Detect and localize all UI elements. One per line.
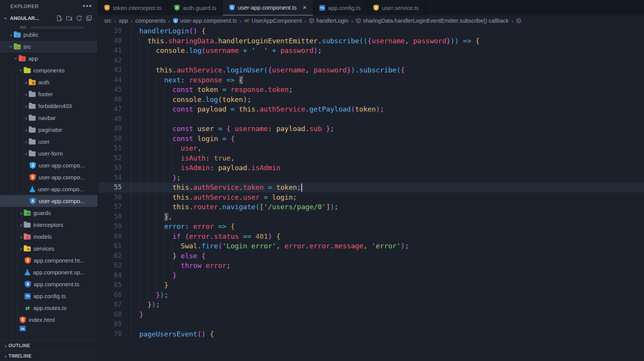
code-line-44[interactable]: 44next: response => {	[98, 75, 644, 85]
breadcrumb-item-UserAppComponent[interactable]: UserAppComponent	[244, 18, 302, 24]
line-number[interactable]: 41	[98, 46, 122, 56]
tree-item-app.routes.ts[interactable]: ⇄app.routes.ts	[0, 302, 98, 314]
tree-item-interceptors[interactable]: ›interceptors	[0, 219, 98, 231]
more-actions-icon[interactable]: •••	[83, 4, 92, 8]
tab-auth.guard.ts[interactable]: Aauth.guard.ts	[168, 0, 223, 15]
line-number[interactable]: 44	[98, 75, 122, 85]
breadcrumb-item-sharingData.handlerLoginEventEmitter.subscribe() callback[interactable]: sharingData.handlerLoginEventEmitter.sub…	[356, 18, 508, 24]
breadcrumb-item-src[interactable]: src	[104, 18, 111, 24]
tree-item-footer[interactable]: ›footer	[0, 88, 98, 100]
tree-item-user-app.compo...[interactable]: Auser-app.compo...	[0, 195, 98, 207]
code-line-41[interactable]: 41console.log(username + ' ' + password)…	[98, 46, 644, 56]
line-number[interactable]: 51	[98, 143, 122, 153]
code-line-58[interactable]: 58},	[98, 212, 644, 222]
outline-section-header[interactable]: › OUTLINE	[0, 340, 98, 351]
code-line-64[interactable]: 64}	[98, 271, 644, 281]
code-line-39[interactable]: 39handlerLogin() {	[98, 26, 644, 36]
line-number[interactable]: 47	[98, 104, 122, 114]
tab-user-app.component.ts[interactable]: Auser-app.component.ts×	[223, 0, 313, 15]
code-line-65[interactable]: 65}	[98, 280, 644, 290]
line-number[interactable]: 68	[98, 310, 122, 320]
tree-item-user[interactable]: ›user	[0, 136, 98, 148]
new-file-icon[interactable]	[56, 15, 62, 21]
tree-item-user-app.compo...[interactable]: user-app.compo...	[0, 183, 98, 195]
tree-item-user-app.compo...[interactable]: 3user-app.compo...	[0, 159, 98, 171]
code-line-62[interactable]: 62} else {	[98, 251, 644, 261]
refresh-icon[interactable]	[76, 15, 82, 21]
breadcrumb-item-components[interactable]: components	[136, 18, 166, 24]
code-line-61[interactable]: 61Swal.fire('Login error', error.error.m…	[98, 241, 644, 251]
code-line-48[interactable]: 48	[98, 114, 644, 124]
tree-item-services[interactable]: ›services	[0, 243, 98, 254]
tree-item-app.component.ts[interactable]: Aapp.component.ts	[0, 278, 98, 290]
line-number[interactable]: 53	[98, 163, 122, 173]
code-line-42[interactable]: 42	[98, 56, 644, 66]
tree-item-components[interactable]: ›components	[0, 64, 98, 76]
line-number[interactable]: 40	[98, 36, 122, 46]
line-number[interactable]: 46	[98, 95, 122, 105]
line-number[interactable]: 67	[98, 300, 122, 310]
code-editor[interactable]: 39handlerLogin() {40this.sharingData.han…	[98, 26, 644, 361]
line-number[interactable]: 62	[98, 251, 122, 261]
line-number[interactable]: 57	[98, 202, 122, 212]
line-number[interactable]: 39	[98, 26, 122, 36]
project-section-header[interactable]: › ANGULAR...	[0, 12, 98, 24]
code-line-67[interactable]: 67});	[98, 300, 644, 310]
code-line-70[interactable]: 70pageUsersEvent() {	[98, 329, 644, 339]
tree-item-navbar[interactable]: ›navbar	[0, 112, 98, 124]
tab-token.interceptor.ts[interactable]: Atoken.interceptor.ts	[98, 0, 168, 15]
code-line-68[interactable]: 68}	[98, 310, 644, 320]
code-line-57[interactable]: 57this.router.navigate(['/users/page/0']…	[98, 202, 644, 212]
line-number[interactable]: 70	[98, 329, 122, 339]
code-line-47[interactable]: 47const payload = this.authService.getPa…	[98, 104, 644, 114]
line-number[interactable]: 69	[98, 319, 122, 329]
line-number[interactable]: 42	[98, 56, 122, 66]
tab-app.config.ts[interactable]: TSapp.config.ts	[313, 0, 367, 15]
line-number[interactable]: 54	[98, 173, 122, 183]
code-line-40[interactable]: 40this.sharingData.handlerLoginEventEmit…	[98, 36, 644, 46]
code-line-59[interactable]: 59error: error => {	[98, 222, 644, 231]
tree-item-user-form[interactable]: ›user-form	[0, 148, 98, 159]
code-line-54[interactable]: 54};	[98, 173, 644, 183]
tree-item-auth[interactable]: ›auth	[0, 76, 98, 88]
line-number[interactable]: 45	[98, 85, 122, 95]
line-number[interactable]: 59	[98, 222, 122, 231]
code-line-52[interactable]: 52isAuth: true,	[98, 153, 644, 163]
tree-item-index.html[interactable]: 5index.html	[0, 314, 98, 326]
breadcrumb-item-user-app.component.ts[interactable]: Auser-app.component.ts	[173, 18, 237, 24]
code-line-56[interactable]: 56this.authService.user = login;	[98, 192, 644, 202]
code-line-49[interactable]: 49const user = { username: payload.sub }…	[98, 124, 644, 134]
code-line-45[interactable]: 45const token = response.token;	[98, 85, 644, 95]
line-number[interactable]: 61	[98, 241, 122, 251]
collapse-all-icon[interactable]	[86, 15, 92, 21]
tree-item-app.component.sp...[interactable]: app.component.sp...	[0, 266, 98, 278]
line-number[interactable]: 65	[98, 280, 122, 290]
line-number[interactable]: 52	[98, 153, 122, 163]
code-line-51[interactable]: 51user,	[98, 143, 644, 153]
line-number[interactable]: 48	[98, 114, 122, 124]
line-number[interactable]: 63	[98, 261, 122, 271]
breadcrumb-item-partial[interactable]	[516, 18, 523, 23]
code-line-53[interactable]: 53isAdmin: payload.isAdmin	[98, 163, 644, 173]
line-number[interactable]: 56	[98, 192, 122, 202]
tree-item-paginator[interactable]: ›paginator	[0, 124, 98, 136]
line-number[interactable]: 55	[98, 182, 122, 192]
tree-item-models[interactable]: ›models	[0, 231, 98, 243]
tree-item-forbidden403[interactable]: ›forbidden403	[0, 100, 98, 112]
line-number[interactable]: 58	[98, 212, 122, 222]
tree-item-guards[interactable]: ›guards	[0, 207, 98, 219]
code-line-55[interactable]: 55this.authService.token = token;	[98, 182, 644, 192]
close-icon[interactable]: ×	[303, 4, 307, 11]
tree-item-partial[interactable]: TS	[0, 326, 98, 331]
code-line-63[interactable]: 63throw error;	[98, 261, 644, 271]
line-number[interactable]: 66	[98, 290, 122, 300]
timeline-section-header[interactable]: › TIMELINE	[0, 351, 98, 361]
code-line-60[interactable]: 60if (error.status == 401) {	[98, 231, 644, 241]
breadcrumb-item-app[interactable]: app	[119, 18, 128, 24]
code-line-43[interactable]: 43this.authService.loginUser({username, …	[98, 65, 644, 75]
breadcrumb-item-handlerLogin[interactable]: handlerLogin	[309, 18, 348, 24]
tree-item-app.component.ht...[interactable]: 5app.component.ht...	[0, 254, 98, 266]
tree-item-public[interactable]: ›public	[0, 29, 98, 41]
line-number[interactable]: 60	[98, 231, 122, 241]
line-number[interactable]: 50	[98, 134, 122, 144]
